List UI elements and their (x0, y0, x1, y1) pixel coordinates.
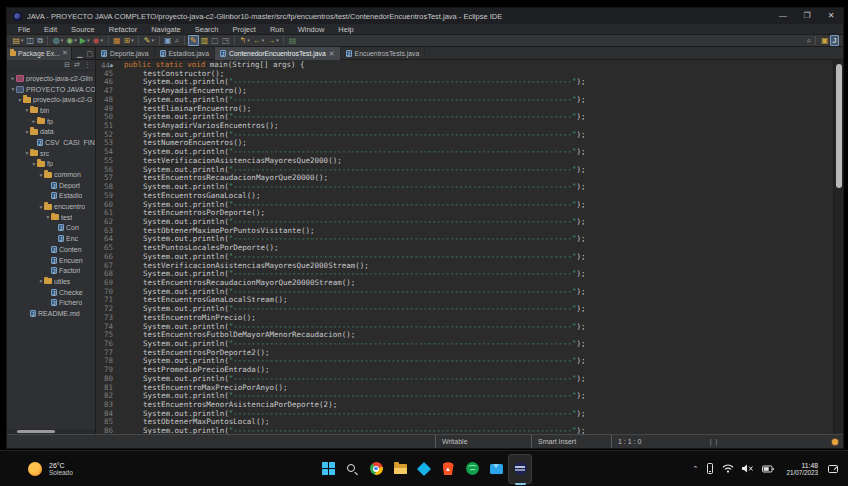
start-icon[interactable] (316, 454, 340, 484)
tab-package-explorer[interactable]: Package Ex... ✕ (7, 47, 72, 60)
weather-widget[interactable]: 26°C Soleado (28, 462, 73, 476)
tree-item-proyecto-java-c2-glin[interactable]: ▸proyecto-java-c2-Glin (7, 73, 95, 84)
editor-vertical-scrollbar[interactable] (833, 60, 843, 434)
weather-desc: Soleado (49, 469, 73, 476)
forward-icon[interactable]: →▾ (266, 35, 281, 46)
new-class-icon[interactable]: ✎▾ (142, 35, 155, 46)
new-wizard-icon[interactable]: ▤▾ (11, 35, 25, 46)
restore-icon[interactable]: ❐ (795, 8, 819, 24)
tree-item-utiles[interactable]: ▾utiles (7, 276, 95, 287)
battery-icon[interactable] (762, 465, 774, 473)
kodi-icon[interactable] (412, 454, 436, 484)
mark-occurrences-icon[interactable]: ▤ (287, 35, 298, 46)
run-icon[interactable]: ▶▾ (78, 35, 91, 46)
minimize-view-icon[interactable]: ▁ (75, 47, 84, 60)
menu-navigate[interactable]: Navigate (144, 24, 188, 35)
editor-tab-contenedorencuentrostest-java[interactable]: JContenedorEncuentrosTest.java✕ (215, 47, 341, 60)
tree-item-fichero[interactable]: JFichero (7, 297, 95, 308)
external-tools-icon[interactable]: ◉▾ (91, 35, 105, 46)
search-icon[interactable] (340, 454, 364, 484)
tree-item-estadio[interactable]: JEstadio (7, 191, 95, 202)
debug-icon[interactable]: ◉▾ (65, 35, 79, 46)
tree-item-encuen[interactable]: JEncuen (7, 255, 95, 266)
save-all-icon[interactable]: ⧉ (36, 35, 45, 46)
tree-item-checke[interactable]: JChecke (7, 287, 95, 298)
hidden-icons-chevron-icon[interactable]: ⌃ (693, 465, 699, 473)
close-tab-icon[interactable]: ✕ (329, 50, 335, 58)
chrome-icon[interactable] (364, 454, 388, 484)
toolbar-separator (47, 36, 48, 45)
coverage-icon[interactable]: ▦ (112, 35, 123, 46)
package-explorer-icon (10, 51, 16, 56)
next-annotation-icon[interactable]: ◳ (220, 35, 231, 46)
java-perspective-icon[interactable]: J (830, 35, 839, 46)
menu-project[interactable]: Project (226, 24, 263, 35)
tree-item-fp[interactable]: ▾fp (7, 159, 95, 170)
tree-item-enc[interactable]: JEnc (7, 233, 95, 244)
eclipse-icon[interactable] (508, 454, 532, 484)
tree-item-label: proyecto-java-c2-G (33, 96, 93, 103)
mail-icon[interactable] (484, 454, 508, 484)
scrollbar-thumb[interactable] (17, 430, 55, 433)
wifi-icon[interactable] (722, 464, 734, 473)
tree-item-src[interactable]: ▾src (7, 148, 95, 159)
explorer-horizontal-scrollbar[interactable] (7, 429, 95, 434)
tree-item-proyecto-java-c2-g[interactable]: ▾proyecto-java-c2-G (7, 94, 95, 105)
tree-item-encuentro[interactable]: ▾encuentro (7, 201, 95, 212)
notifications-icon[interactable] (828, 464, 838, 474)
link-with-editor-icon[interactable]: ⇄ (72, 61, 82, 69)
open-type-icon[interactable]: ▣ (163, 35, 174, 46)
code-area[interactable]: 44●public static void main(String[] args… (96, 60, 833, 434)
tree-item-common[interactable]: ▾common (7, 169, 95, 180)
usb-device-icon[interactable] (706, 463, 714, 474)
tree-item-test[interactable]: ▾test (7, 212, 95, 223)
volume-muted-icon[interactable] (742, 464, 754, 473)
java-editor-icon[interactable]: ✎ (188, 35, 200, 46)
back-icon[interactable]: ←▾ (251, 35, 266, 46)
collapse-all-icon[interactable]: ⊟ (62, 61, 72, 69)
toggle-mark-occurrences-icon[interactable]: ▢ (210, 35, 221, 46)
tree-item-con[interactable]: JCon (7, 223, 95, 234)
quick-access-search-icon[interactable]: ⌕ (805, 35, 812, 46)
tree-item-data[interactable]: ▾data (7, 126, 95, 137)
last-edit-location-icon[interactable]: ↰▾ (238, 35, 251, 46)
tree-item-bin[interactable]: ▾bin (7, 105, 95, 116)
clock[interactable]: 11:48 21/07/2023 (786, 462, 818, 476)
save-icon[interactable]: ◫ (25, 35, 36, 46)
editor-tab-encuentrostests-java[interactable]: JEncuentrosTests.java (341, 47, 426, 60)
tree-item-csv_casi_fin[interactable]: JCSV_CASI_FIN (7, 137, 95, 148)
view-menu-icon[interactable]: ⋮ (82, 61, 93, 69)
debug-perspective-icon[interactable]: ▣ (819, 35, 830, 46)
menu-search[interactable]: Search (188, 24, 226, 35)
editor-tab-deporte-java[interactable]: JDeporte.java (96, 47, 155, 60)
tree-item-readme-md[interactable]: JREADME.md (7, 308, 95, 319)
tree-item-factori[interactable]: JFactori (7, 265, 95, 276)
menu-edit[interactable]: Edit (37, 24, 64, 35)
package-explorer-panel: ⊟ ⇄ ⋮ ▸proyecto-java-c2-Glin▾PROYECTO JA… (7, 60, 96, 434)
tree-item-fp[interactable]: ▸fp (7, 116, 95, 127)
notification-lamp-icon[interactable] (832, 439, 838, 445)
menu-window[interactable]: Window (291, 24, 332, 35)
tree-item-proyecto-java-com[interactable]: ▾PROYECTO JAVA COM (7, 84, 95, 95)
maximize-view-icon[interactable]: ▢ (84, 47, 95, 60)
search-toolbar-icon[interactable]: ⌕ (173, 35, 180, 46)
brave-icon[interactable]: ▲ (436, 454, 460, 484)
close-icon[interactable]: ✕ (819, 8, 843, 24)
menu-help[interactable]: Help (331, 24, 360, 35)
tree-item-deport[interactable]: JDeport (7, 180, 95, 191)
editor-tab-estadios-java[interactable]: JEstadios.java (155, 47, 215, 60)
open-resource-icon[interactable]: ▥ (199, 35, 210, 46)
new-java-project-icon[interactable]: ⊞▾ (122, 35, 135, 46)
file-explorer-icon[interactable] (388, 454, 412, 484)
scrollbar-thumb[interactable] (836, 64, 842, 188)
menu-run[interactable]: Run (263, 24, 291, 35)
minimize-icon[interactable]: — (771, 8, 795, 24)
skip-breakpoints-icon[interactable]: ◍▾ (51, 35, 65, 46)
tree-item-conten[interactable]: JConten (7, 244, 95, 255)
close-view-icon[interactable]: ✕ (62, 49, 68, 57)
menu-refactor[interactable]: Refactor (102, 24, 144, 35)
spotify-icon[interactable] (460, 454, 484, 484)
menu-file[interactable]: File (11, 24, 37, 35)
project-tree: ▸proyecto-java-c2-Glin▾PROYECTO JAVA COM… (7, 71, 95, 429)
menu-source[interactable]: Source (64, 24, 102, 35)
